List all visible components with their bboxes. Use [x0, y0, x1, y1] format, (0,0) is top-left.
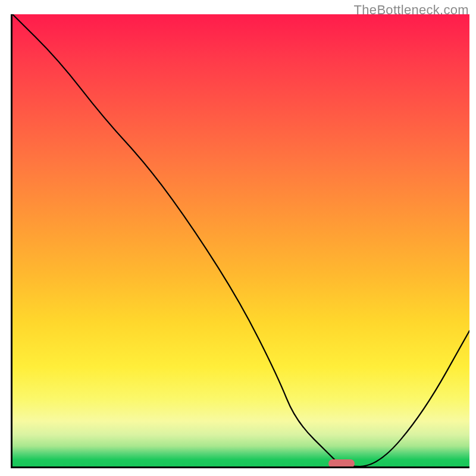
plot-area — [11, 14, 469, 468]
background-gradient — [12, 14, 469, 466]
chart-container: TheBottleneck.com — [0, 0, 476, 476]
optimal-marker — [328, 459, 355, 468]
